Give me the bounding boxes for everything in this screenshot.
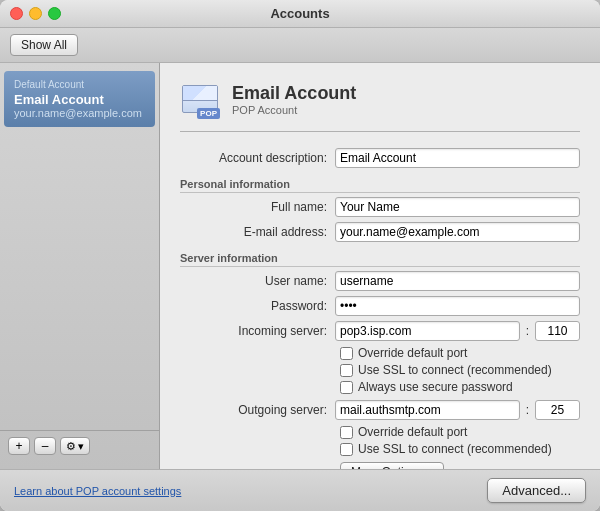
incoming-ssl-label: Use SSL to connect (recommended) <box>358 363 552 377</box>
outgoing-server-input[interactable] <box>335 400 520 420</box>
outgoing-ssl-checkbox[interactable] <box>340 443 353 456</box>
outgoing-port-input[interactable] <box>535 400 580 420</box>
account-header: POP Email Account POP Account <box>180 79 580 132</box>
titlebar: Accounts <box>0 0 600 28</box>
incoming-ssl-row: Use SSL to connect (recommended) <box>340 363 580 377</box>
outgoing-server-row: Outgoing server: : <box>180 400 580 420</box>
add-account-button[interactable]: + <box>8 437 30 455</box>
username-row: User name: <box>180 271 580 291</box>
incoming-secure-password-label: Always use secure password <box>358 380 513 394</box>
sidebar-account-item[interactable]: Default Account Email Account your.name@… <box>4 71 155 127</box>
chevron-down-icon: ▾ <box>78 440 84 453</box>
sidebar-footer: + – ⚙ ▾ <box>0 430 159 461</box>
outgoing-server-field-group: : <box>335 400 580 420</box>
advanced-button[interactable]: Advanced... <box>487 478 586 503</box>
incoming-server-row: Incoming server: : <box>180 321 580 341</box>
email-address-label: E-mail address: <box>180 225 335 239</box>
email-address-input[interactable] <box>335 222 580 242</box>
outgoing-port-separator: : <box>526 403 529 417</box>
incoming-secure-password-checkbox[interactable] <box>340 381 353 394</box>
maximize-button[interactable] <box>48 7 61 20</box>
account-description-section: Account description: <box>180 148 580 168</box>
full-name-input[interactable] <box>335 197 580 217</box>
personal-info-section: Full name: E-mail address: <box>180 197 580 242</box>
bottom-bar: Learn about POP account settings Advance… <box>0 469 600 511</box>
close-button[interactable] <box>10 7 23 20</box>
incoming-port-input[interactable] <box>535 321 580 341</box>
toolbar: Show All <box>0 28 600 63</box>
password-label: Password: <box>180 299 335 313</box>
incoming-ssl-checkbox[interactable] <box>340 364 353 377</box>
default-account-label: Default Account <box>14 79 145 90</box>
incoming-server-label: Incoming server: <box>180 324 335 338</box>
incoming-secure-password-row: Always use secure password <box>340 380 580 394</box>
outgoing-ssl-row: Use SSL to connect (recommended) <box>340 442 580 456</box>
full-name-label: Full name: <box>180 200 335 214</box>
outgoing-override-label: Override default port <box>358 425 467 439</box>
minimize-button[interactable] <box>29 7 42 20</box>
more-options-button[interactable]: More Options... <box>340 462 444 469</box>
account-description-label: Account description: <box>180 151 335 165</box>
sidebar-account-name: Email Account <box>14 92 145 107</box>
outgoing-ssl-label: Use SSL to connect (recommended) <box>358 442 552 456</box>
personal-info-header: Personal information <box>180 178 580 193</box>
learn-link[interactable]: Learn about POP account settings <box>14 485 181 497</box>
account-description-row: Account description: <box>180 148 580 168</box>
incoming-server-input[interactable] <box>335 321 520 341</box>
password-row: Password: <box>180 296 580 316</box>
pop-badge: POP <box>197 108 220 119</box>
gear-icon: ⚙ <box>66 440 76 453</box>
outgoing-server-label: Outgoing server: <box>180 403 335 417</box>
email-address-row: E-mail address: <box>180 222 580 242</box>
sidebar-account-email: your.name@example.com <box>14 107 145 119</box>
password-input[interactable] <box>335 296 580 316</box>
incoming-port-separator: : <box>526 324 529 338</box>
window-title: Accounts <box>270 6 329 21</box>
server-info-section: User name: Password: Incoming server: : <box>180 271 580 469</box>
email-account-icon: POP <box>180 79 220 119</box>
incoming-override-checkbox[interactable] <box>340 347 353 360</box>
incoming-override-label: Override default port <box>358 346 467 360</box>
sidebar: Default Account Email Account your.name@… <box>0 63 160 469</box>
full-name-row: Full name: <box>180 197 580 217</box>
account-description-input[interactable] <box>335 148 580 168</box>
show-all-button[interactable]: Show All <box>10 34 78 56</box>
server-info-header: Server information <box>180 252 580 267</box>
incoming-server-field-group: : <box>335 321 580 341</box>
outgoing-override-row: Override default port <box>340 425 580 439</box>
incoming-override-row: Override default port <box>340 346 580 360</box>
outgoing-override-checkbox[interactable] <box>340 426 353 439</box>
username-input[interactable] <box>335 271 580 291</box>
window-controls <box>10 7 61 20</box>
main-panel: POP Email Account POP Account Account de… <box>160 63 600 469</box>
account-title-block: Email Account POP Account <box>232 83 356 116</box>
content-area: Default Account Email Account your.name@… <box>0 63 600 469</box>
action-button[interactable]: ⚙ ▾ <box>60 437 90 455</box>
account-type-subtitle: POP Account <box>232 104 356 116</box>
main-window: Accounts Show All Default Account Email … <box>0 0 600 511</box>
remove-account-button[interactable]: – <box>34 437 56 455</box>
username-label: User name: <box>180 274 335 288</box>
account-type-title: Email Account <box>232 83 356 104</box>
